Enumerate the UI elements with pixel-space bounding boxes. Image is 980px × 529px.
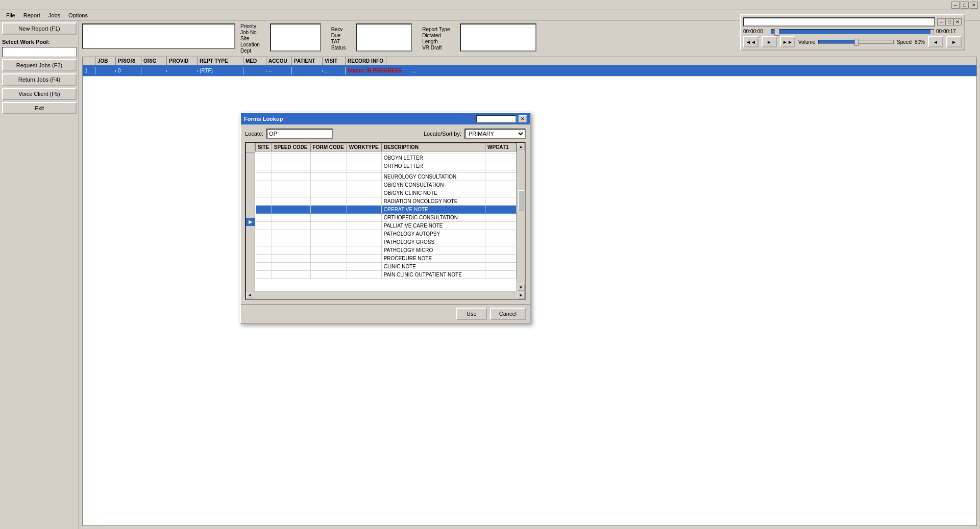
table-cell [272, 154, 310, 162]
table-cell [310, 222, 347, 230]
list-item[interactable]: RADIATION ONCOLOGY NOTE [256, 197, 517, 206]
list-item[interactable]: CLINIC NOTE [256, 263, 517, 271]
locate-input[interactable] [266, 129, 333, 139]
table-cell [485, 206, 516, 214]
table-cell [347, 238, 381, 246]
lookup-table-container: ▶ [245, 142, 526, 300]
vertical-scrollbar[interactable]: ▲ ▼ [517, 143, 525, 291]
list-item[interactable]: ORTHO LETTER [256, 162, 517, 170]
table-cell [310, 173, 347, 181]
table-cell [272, 230, 310, 238]
table-cell [256, 238, 272, 246]
hscroll-right-button[interactable]: ► [518, 292, 525, 299]
table-cell: PAIN CLINIC OUTPATIENT NOTE [381, 271, 485, 279]
dialog-lookup-input[interactable] [476, 115, 517, 123]
list-item[interactable]: PALLIATIVE CARE NOTE [256, 222, 517, 230]
locate-row: Locate: Locate/Sort by: PRIMARY SECONDAR… [245, 129, 526, 139]
list-item[interactable]: ORTHOPEDIC CONSULTATION [256, 214, 517, 222]
table-cell [485, 238, 516, 246]
list-item[interactable]: NEUROLOGY CONSULTATION [256, 173, 517, 181]
table-cell [310, 238, 347, 246]
list-item[interactable]: PATHOLOGY AUTOPSY [256, 230, 517, 238]
col-description[interactable]: DESCRIPTION [381, 143, 485, 152]
table-cell [256, 206, 272, 214]
list-item[interactable]: PROCEDURE NOTE [256, 255, 517, 263]
use-button[interactable]: Use [456, 308, 487, 320]
table-cell [310, 197, 347, 206]
table-cell [347, 189, 381, 197]
scroll-up-button[interactable]: ▲ [518, 143, 525, 150]
table-cell [272, 162, 310, 170]
row-indicator-col: ▶ [246, 143, 255, 291]
table-cell [310, 189, 347, 197]
table-cell [256, 263, 272, 271]
col-form-code[interactable]: FORM CODE [310, 143, 347, 152]
table-cell [272, 173, 310, 181]
col-wpcat1[interactable]: WPCAT1 [485, 143, 516, 152]
table-cell [256, 214, 272, 222]
table-cell [272, 238, 310, 246]
table-cell [256, 271, 272, 279]
locate-left: Locate: [245, 129, 333, 139]
table-cell [485, 255, 516, 263]
locate-sort-select[interactable]: PRIMARY SECONDARY FORM CODE DESCRIPTION [464, 129, 526, 139]
scroll-down-button[interactable]: ▼ [518, 284, 525, 291]
scroll-thumb[interactable] [518, 190, 524, 211]
table-cell [485, 222, 516, 230]
list-item[interactable]: OB/GYN CLINIC NOTE [256, 189, 517, 197]
table-cell [485, 214, 516, 222]
table-cell [310, 263, 347, 271]
table-cell [256, 173, 272, 181]
list-item[interactable]: OBGYN LETTER [256, 154, 517, 162]
col-speed-code[interactable]: SPEED CODE [272, 143, 310, 152]
col-worktype[interactable]: WORKTYPE [347, 143, 381, 152]
cancel-button[interactable]: Cancel [490, 308, 526, 320]
table-cell [310, 246, 347, 255]
table-cell [347, 263, 381, 271]
table-content[interactable]: SITE SPEED CODE FORM CODE WORKTYPE DESCR… [255, 143, 517, 291]
col-site[interactable]: SITE [256, 143, 272, 152]
list-item[interactable]: OB/GYN CONSULTATION [256, 181, 517, 189]
table-cell: PALLIATIVE CARE NOTE [381, 222, 485, 230]
table-cell [310, 230, 347, 238]
list-item[interactable]: PATHOLOGY GROSS [256, 238, 517, 246]
hscroll-left-button[interactable]: ◄ [246, 292, 253, 299]
table-cell [256, 181, 272, 189]
table-cell [347, 197, 381, 206]
forms-lookup-table: SITE SPEED CODE FORM CODE WORKTYPE DESCR… [255, 143, 517, 279]
table-cell [272, 255, 310, 263]
hscroll-track[interactable] [254, 292, 517, 299]
table-cell [485, 173, 516, 181]
table-cell [347, 271, 381, 279]
table-cell: RADIATION ONCOLOGY NOTE [381, 197, 485, 206]
table-cell [272, 246, 310, 255]
table-cell [485, 154, 516, 162]
table-cell [347, 181, 381, 189]
list-item[interactable]: PATHOLOGY MICRO [256, 246, 517, 255]
table-cell [485, 263, 516, 271]
table-cell [310, 181, 347, 189]
table-cell [272, 181, 310, 189]
table-body: OBGYN LETTERORTHO LETTERNEUROLOGY CONSUL… [256, 152, 517, 279]
table-cell [347, 173, 381, 181]
table-cell [272, 206, 310, 214]
table-cell [272, 197, 310, 206]
horizontal-scrollbar[interactable]: ◄ ► [246, 291, 525, 299]
table-cell: CLINIC NOTE [381, 263, 485, 271]
scroll-track[interactable] [518, 150, 525, 284]
table-cell [485, 230, 516, 238]
dialog-close-button[interactable]: ✕ [519, 115, 527, 122]
table-cell [272, 189, 310, 197]
dialog-title-bar: Forms Lookup ✕ [241, 113, 530, 124]
table-cell [272, 214, 310, 222]
table-cell [256, 246, 272, 255]
list-item[interactable]: OPERATIVE NOTE [256, 206, 517, 214]
dialog-title: Forms Lookup [244, 116, 283, 122]
list-item[interactable]: PAIN CLINIC OUTPATIENT NOTE [256, 271, 517, 279]
table-cell [347, 154, 381, 162]
locate-sort-label: Locate/Sort by: [424, 131, 461, 137]
table-cell [485, 197, 516, 206]
table-cell [347, 255, 381, 263]
table-cell [256, 222, 272, 230]
table-cell [256, 230, 272, 238]
